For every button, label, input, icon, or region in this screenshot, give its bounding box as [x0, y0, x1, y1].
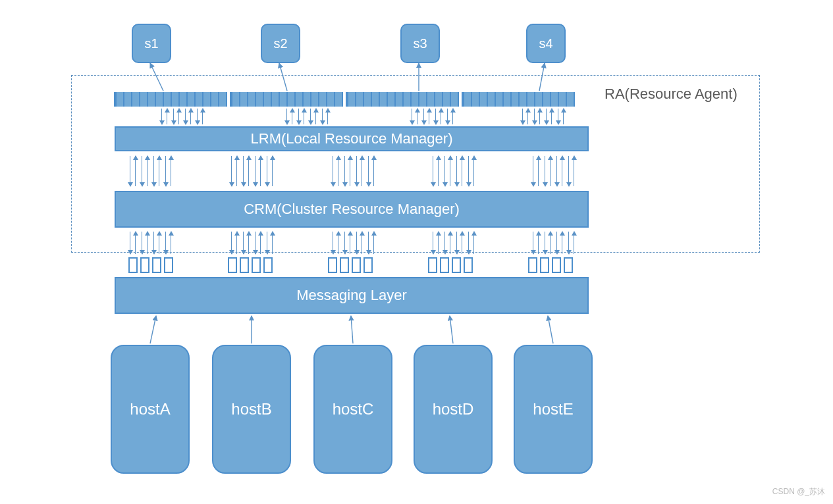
crm-layer: CRM(Cluster Resource Manager) [115, 191, 589, 228]
service-s1: s1 [132, 24, 171, 63]
host-e: hostE [514, 345, 593, 474]
ra-label: RA(Resource Agent) [605, 86, 738, 103]
svg-line-8 [548, 316, 553, 343]
service-s4: s4 [526, 24, 566, 63]
service-s3: s3 [400, 24, 440, 63]
service-s2: s2 [261, 24, 300, 63]
ra-seg [114, 92, 227, 107]
diagram-stage: RA(Resource Agent) s1 s2 s3 s4 LRM(Local… [0, 0, 833, 504]
svg-line-6 [351, 316, 353, 343]
svg-line-7 [450, 316, 453, 343]
ra-seg [462, 92, 575, 107]
ra-seg [230, 92, 343, 107]
svg-line-4 [150, 316, 156, 343]
messaging-layer: Messaging Layer [115, 277, 589, 314]
host-b: hostB [212, 345, 291, 474]
ra-seg [346, 92, 459, 107]
host-d: hostD [414, 345, 493, 474]
watermark: CSDN @_苏沐 [772, 486, 825, 497]
host-a: hostA [111, 345, 190, 474]
lrm-layer: LRM(Local Resource Manager) [115, 126, 589, 151]
ra-bar [114, 92, 588, 107]
host-c: hostC [313, 345, 392, 474]
